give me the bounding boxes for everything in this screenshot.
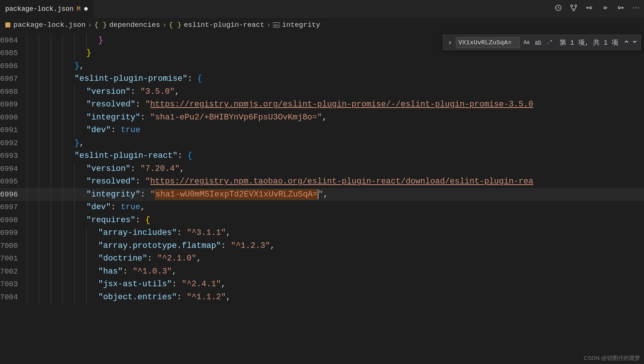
svg-point-1 <box>571 5 573 7</box>
chevron-right-icon[interactable]: › <box>446 38 454 47</box>
line-number: 6997 <box>0 203 27 211</box>
tab-bar: package-lock.json M ● <box>0 0 644 18</box>
string-icon: abc <box>273 22 280 28</box>
svg-point-4 <box>590 7 592 9</box>
tab-modified-indicator: M <box>77 5 81 13</box>
tab-filename: package-lock.json <box>5 5 74 13</box>
svg-point-3 <box>573 9 575 11</box>
line-number: 6989 <box>0 100 27 109</box>
line-number: 6986 <box>0 62 27 70</box>
regex-toggle[interactable]: .* <box>545 39 554 46</box>
svg-point-8 <box>636 7 637 9</box>
line-number: 6990 <box>0 113 27 122</box>
breadcrumb-property[interactable]: integrity <box>282 21 320 29</box>
chevron-right-icon: › <box>162 21 166 29</box>
tab-dirty-icon: ● <box>83 4 88 14</box>
line-number: 6995 <box>0 177 27 186</box>
match-case-toggle[interactable]: Aa <box>522 39 531 46</box>
compare-icon[interactable] <box>570 4 578 14</box>
line-number: 6999 <box>0 229 27 237</box>
svg-point-2 <box>575 5 577 7</box>
search-highlight: sha1-wU0mMSIexpTd2EVX1xUvRLZuSqA= <box>155 189 318 199</box>
svg-point-5 <box>604 7 606 9</box>
svg-point-6 <box>618 7 621 9</box>
editor-tab[interactable]: package-lock.json M ● <box>0 0 94 18</box>
find-prev-button[interactable] <box>624 38 629 47</box>
chevron-right-icon: › <box>267 21 271 29</box>
line-number: 7004 <box>0 293 27 301</box>
unstage-icon[interactable] <box>616 4 625 14</box>
breadcrumb-package[interactable]: eslint-plugin-react <box>184 21 265 29</box>
line-number: 6987 <box>0 74 27 83</box>
breadcrumb-dependencies[interactable]: dependencies <box>109 21 160 29</box>
line-number: 6984 <box>0 36 27 45</box>
json-file-icon <box>4 22 11 28</box>
line-number: 7003 <box>0 280 27 288</box>
line-number: 7000 <box>0 242 27 250</box>
chevron-right-icon: › <box>88 21 92 29</box>
line-number: 6994 <box>0 165 27 173</box>
breadcrumb[interactable]: package-lock.json › { } dependencies › {… <box>0 18 644 32</box>
svg-point-9 <box>638 7 639 9</box>
line-number: 7001 <box>0 254 27 263</box>
more-icon[interactable] <box>632 4 640 14</box>
editor-toolbar <box>554 4 640 14</box>
find-result-count: 第 1 项, 共 1 项 <box>557 38 621 47</box>
history-icon[interactable] <box>554 4 562 14</box>
line-number: 6998 <box>0 216 27 224</box>
revert-icon[interactable] <box>585 4 593 14</box>
svg-rect-10 <box>5 22 10 28</box>
brace-icon: { } <box>169 21 182 29</box>
find-widget: › Aa ab .* 第 1 项, 共 1 项 <box>443 35 641 50</box>
find-input[interactable] <box>456 37 520 48</box>
line-number: 6996 <box>0 190 27 199</box>
breadcrumb-file[interactable]: package-lock.json <box>13 21 86 29</box>
line-number: 6988 <box>0 87 27 96</box>
line-number: 6985 <box>0 49 27 57</box>
line-number: 6993 <box>0 151 27 160</box>
find-next-button[interactable] <box>632 38 638 47</box>
stage-icon[interactable] <box>601 4 609 14</box>
brace-icon: { } <box>94 21 107 29</box>
line-number: 7002 <box>0 267 27 276</box>
line-number: 6991 <box>0 126 27 134</box>
line-number: 6992 <box>0 139 27 147</box>
whole-word-toggle[interactable]: ab <box>534 39 543 46</box>
code-editor[interactable]: › Aa ab .* 第 1 项, 共 1 项 6984} 6985} 6986… <box>0 32 644 304</box>
editor-lines[interactable]: 6984} 6985} 6986}, 6987"eslint-plugin-pr… <box>0 32 644 304</box>
svg-text:abc: abc <box>274 24 279 27</box>
svg-point-7 <box>633 7 634 9</box>
